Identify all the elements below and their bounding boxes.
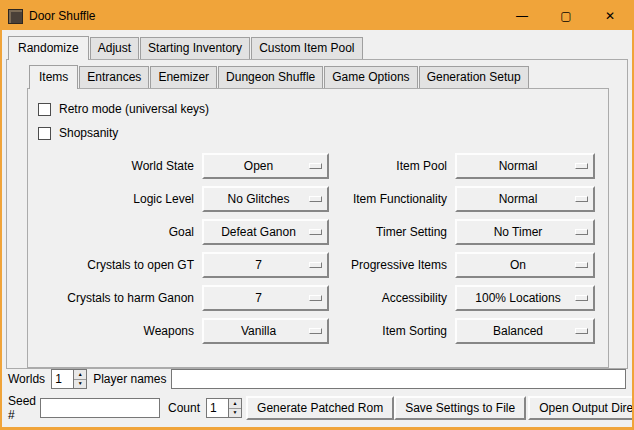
count-label: Count <box>168 401 200 415</box>
player-names-label: Player names <box>93 372 166 386</box>
world-state-dropdown[interactable]: Open <box>202 153 329 179</box>
item-functionality-label: Item Functionality <box>335 192 449 206</box>
open-output-button[interactable]: Open Output Directory <box>528 396 634 420</box>
close-button[interactable]: ✕ <box>588 2 632 30</box>
weapons-dropdown[interactable]: Vanilla <box>202 318 329 344</box>
dropdown-indicator-icon <box>575 229 588 235</box>
dropdown-indicator-icon <box>309 295 322 301</box>
tab-dungeon-shuffle[interactable]: Dungeon Shuffle <box>218 66 323 88</box>
tab-randomize[interactable]: Randomize <box>8 36 89 60</box>
checkbox-box <box>38 103 51 116</box>
timer-setting-label: Timer Setting <box>335 225 449 239</box>
client-area: Randomize Adjust Starting Inventory Cust… <box>2 30 632 427</box>
timer-setting-value: No Timer <box>490 225 561 239</box>
options-grid: World State Open Item Pool Normal Logic … <box>36 153 600 344</box>
retro-mode-checkbox[interactable]: Retro mode (universal keys) <box>38 99 600 119</box>
item-functionality-value: Normal <box>495 192 556 206</box>
player-names-input[interactable] <box>171 369 627 389</box>
shopsanity-label: Shopsanity <box>59 126 118 140</box>
bottom-controls: Worlds ▲ ▼ Player names Seed # Count <box>8 369 626 422</box>
inner-tab-bar: Items Entrances Enemizer Dungeon Shuffle… <box>27 63 609 88</box>
titlebar[interactable]: Door Shuffle — ▢ ✕ <box>2 2 632 30</box>
accessibility-dropdown[interactable]: 100% Locations <box>455 285 595 311</box>
count-spinner[interactable]: ▲ ▼ <box>206 398 242 418</box>
spin-up-icon[interactable]: ▲ <box>74 370 86 379</box>
window-title: Door Shuffle <box>29 9 500 23</box>
retro-mode-label: Retro mode (universal keys) <box>59 102 209 116</box>
goal-value: Defeat Ganon <box>217 225 314 239</box>
randomize-pane: Items Entrances Enemizer Dungeon Shuffle… <box>6 59 628 369</box>
item-sorting-dropdown[interactable]: Balanced <box>455 318 595 344</box>
dropdown-indicator-icon <box>575 295 588 301</box>
timer-setting-dropdown[interactable]: No Timer <box>455 219 595 245</box>
tab-enemizer[interactable]: Enemizer <box>150 66 217 88</box>
checkbox-box <box>38 127 51 140</box>
crystals-gt-value: 7 <box>251 258 280 272</box>
crystals-ganon-dropdown[interactable]: 7 <box>202 285 329 311</box>
seed-row: Seed # Count ▲ ▼ Generate Patched Rom Sa… <box>8 394 626 422</box>
progressive-items-label: Progressive Items <box>335 258 449 272</box>
item-pool-value: Normal <box>495 159 556 173</box>
spin-down-icon[interactable]: ▼ <box>229 408 241 418</box>
dropdown-indicator-icon <box>309 328 322 334</box>
tab-starting-inventory[interactable]: Starting Inventory <box>140 37 250 59</box>
tab-items[interactable]: Items <box>29 65 78 89</box>
tab-game-options[interactable]: Game Options <box>324 66 417 88</box>
worlds-input[interactable] <box>51 369 73 389</box>
maximize-button[interactable]: ▢ <box>544 2 588 30</box>
minimize-button[interactable]: — <box>500 2 544 30</box>
items-pane: Retro mode (universal keys) Shopsanity W… <box>27 88 609 368</box>
weapons-label: Weapons <box>36 324 196 338</box>
generate-rom-button[interactable]: Generate Patched Rom <box>246 396 394 420</box>
save-settings-button[interactable]: Save Settings to File <box>394 396 526 420</box>
item-sorting-value: Balanced <box>489 324 561 338</box>
count-input[interactable] <box>206 398 228 418</box>
tab-generation-setup[interactable]: Generation Setup <box>419 66 529 88</box>
crystals-ganon-label: Crystals to harm Ganon <box>36 291 196 305</box>
maximize-icon: ▢ <box>560 10 571 22</box>
item-pool-label: Item Pool <box>335 159 449 173</box>
app-icon[interactable] <box>8 9 23 24</box>
logic-level-value: No Glitches <box>223 192 307 206</box>
logic-level-dropdown[interactable]: No Glitches <box>202 186 329 212</box>
tab-entrances[interactable]: Entrances <box>79 66 149 88</box>
dropdown-indicator-icon <box>309 196 322 202</box>
dropdown-indicator-icon <box>575 262 588 268</box>
crystals-ganon-value: 7 <box>251 291 280 305</box>
shopsanity-checkbox[interactable]: Shopsanity <box>38 123 600 143</box>
crystals-gt-label: Crystals to open GT <box>36 258 196 272</box>
crystals-gt-dropdown[interactable]: 7 <box>202 252 329 278</box>
seed-label: Seed # <box>8 394 36 422</box>
spin-up-icon[interactable]: ▲ <box>229 399 241 408</box>
goal-dropdown[interactable]: Defeat Ganon <box>202 219 329 245</box>
minimize-icon: — <box>516 10 528 22</box>
tab-adjust[interactable]: Adjust <box>90 37 139 59</box>
progressive-items-dropdown[interactable]: On <box>455 252 595 278</box>
seed-input[interactable] <box>40 398 160 418</box>
logic-level-label: Logic Level <box>36 192 196 206</box>
item-functionality-dropdown[interactable]: Normal <box>455 186 595 212</box>
spinner-buttons: ▲ ▼ <box>73 369 87 389</box>
spinner-buttons: ▲ ▼ <box>228 398 242 418</box>
tab-custom-item-pool[interactable]: Custom Item Pool <box>251 37 362 59</box>
dropdown-indicator-icon <box>309 262 322 268</box>
dropdown-indicator-icon <box>575 196 588 202</box>
world-state-label: World State <box>36 159 196 173</box>
spin-down-icon[interactable]: ▼ <box>74 379 86 389</box>
accessibility-label: Accessibility <box>335 291 449 305</box>
inner-notebook: Items Entrances Enemizer Dungeon Shuffle… <box>27 63 609 368</box>
world-state-value: Open <box>240 159 291 173</box>
weapons-value: Vanilla <box>237 324 294 338</box>
goal-label: Goal <box>36 225 196 239</box>
item-sorting-label: Item Sorting <box>335 324 449 338</box>
worlds-spinner[interactable]: ▲ ▼ <box>51 369 87 389</box>
accessibility-value: 100% Locations <box>471 291 578 305</box>
close-icon: ✕ <box>605 10 615 22</box>
outer-tab-bar: Randomize Adjust Starting Inventory Cust… <box>6 34 628 59</box>
dropdown-indicator-icon <box>575 163 588 169</box>
app-window: Door Shuffle — ▢ ✕ Randomize Adjust Star… <box>0 0 634 430</box>
dropdown-indicator-icon <box>309 163 322 169</box>
dropdown-indicator-icon <box>575 328 588 334</box>
item-pool-dropdown[interactable]: Normal <box>455 153 595 179</box>
progressive-items-value: On <box>506 258 544 272</box>
